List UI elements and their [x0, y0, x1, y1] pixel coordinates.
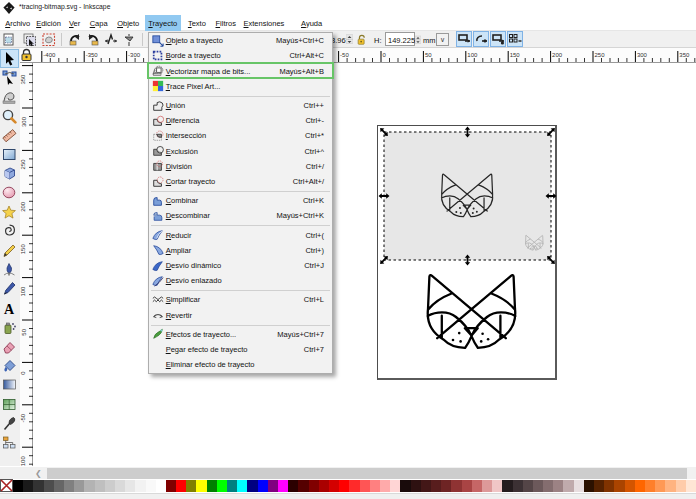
svg-text:150: 150: [21, 244, 27, 255]
svg-text:350: 350: [21, 74, 27, 85]
svg-text:200: 200: [552, 52, 563, 58]
svg-text:300: 300: [21, 116, 27, 127]
svg-text:-300: -300: [128, 52, 141, 58]
svg-text:350: 350: [679, 52, 690, 58]
svg-text:200: 200: [21, 201, 27, 212]
svg-text:-50: -50: [340, 52, 349, 58]
svg-text:300: 300: [637, 52, 648, 58]
svg-text:250: 250: [21, 159, 27, 170]
svg-text:0: 0: [21, 371, 27, 375]
svg-text:150: 150: [510, 52, 521, 58]
svg-text:-100: -100: [21, 456, 27, 466]
svg-text:0: 0: [383, 52, 387, 58]
svg-text:250: 250: [595, 52, 606, 58]
svg-text:50: 50: [425, 52, 432, 58]
svg-text:-400: -400: [43, 52, 56, 58]
svg-text:A: A: [4, 302, 15, 316]
svg-text:50: 50: [21, 328, 27, 335]
svg-text:-50: -50: [21, 413, 27, 422]
svg-text:100: 100: [467, 52, 478, 58]
svg-text:100: 100: [21, 286, 27, 297]
svg-text:-350: -350: [86, 52, 99, 58]
